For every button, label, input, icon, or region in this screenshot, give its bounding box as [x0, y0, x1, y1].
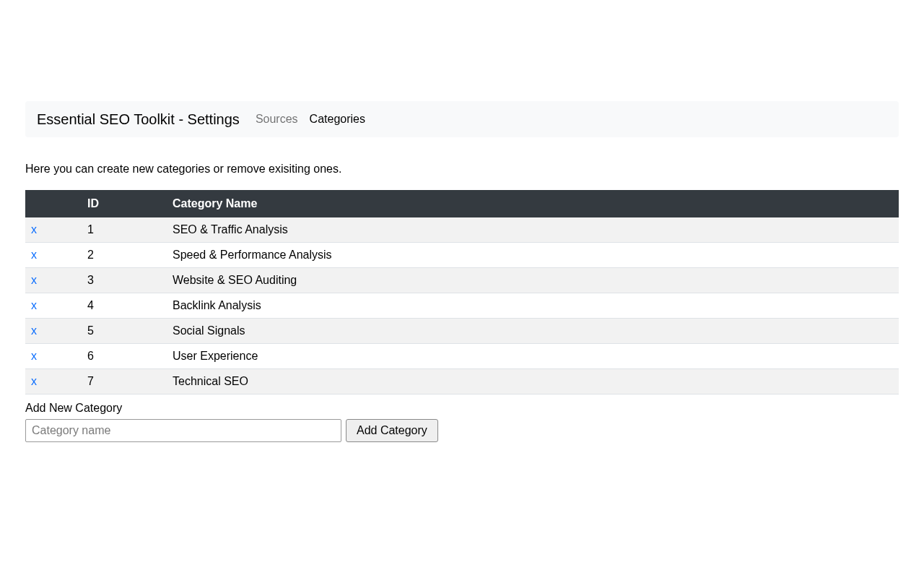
row-id: 2 — [82, 243, 167, 268]
table-row: x3Website & SEO Auditing — [25, 268, 899, 293]
delete-row-link[interactable]: x — [31, 223, 37, 236]
table-row: x7Technical SEO — [25, 369, 899, 394]
col-delete — [25, 190, 82, 217]
add-category-label: Add New Category — [25, 402, 899, 415]
row-id: 7 — [82, 369, 167, 394]
row-name: Technical SEO — [167, 369, 899, 394]
category-name-input[interactable] — [25, 419, 341, 442]
row-name: Website & SEO Auditing — [167, 268, 899, 293]
page-description: Here you can create new categories or re… — [25, 163, 899, 176]
table-row: x1SEO & Traffic Analysis — [25, 217, 899, 243]
table-row: x4Backlink Analysis — [25, 293, 899, 319]
delete-row-link[interactable]: x — [31, 375, 37, 387]
add-category-button[interactable]: Add Category — [346, 419, 438, 442]
row-name: Social Signals — [167, 319, 899, 344]
row-id: 4 — [82, 293, 167, 319]
row-id: 6 — [82, 344, 167, 369]
row-name: Backlink Analysis — [167, 293, 899, 319]
delete-row-link[interactable]: x — [31, 299, 37, 311]
nav-link-categories[interactable]: Categories — [304, 108, 371, 130]
table-row: x5Social Signals — [25, 319, 899, 344]
delete-row-link[interactable]: x — [31, 324, 37, 337]
delete-row-link[interactable]: x — [31, 350, 37, 362]
table-row: x2Speed & Performance Analysis — [25, 243, 899, 268]
row-name: SEO & Traffic Analysis — [167, 217, 899, 243]
row-id: 1 — [82, 217, 167, 243]
navbar: Essential SEO Toolkit - Settings Sources… — [25, 101, 899, 137]
delete-row-link[interactable]: x — [31, 249, 37, 261]
categories-table: ID Category Name x1SEO & Traffic Analysi… — [25, 190, 899, 394]
delete-row-link[interactable]: x — [31, 274, 37, 286]
table-row: x6User Experience — [25, 344, 899, 369]
add-category-section: Add New Category Add Category — [25, 402, 899, 442]
col-id: ID — [82, 190, 167, 217]
row-name: User Experience — [167, 344, 899, 369]
nav-link-sources[interactable]: Sources — [250, 108, 304, 130]
row-name: Speed & Performance Analysis — [167, 243, 899, 268]
row-id: 5 — [82, 319, 167, 344]
add-category-input-group: Add Category — [25, 419, 899, 442]
row-id: 3 — [82, 268, 167, 293]
col-name: Category Name — [167, 190, 899, 217]
navbar-brand: Essential SEO Toolkit - Settings — [37, 111, 250, 128]
